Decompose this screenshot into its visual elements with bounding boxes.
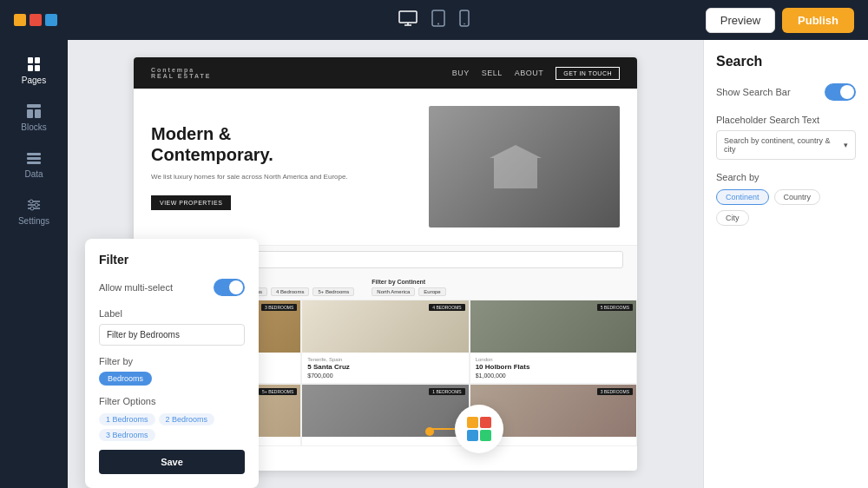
preview-nav: Contempa REAL ESTATE BUY SELL ABOUT GET … xyxy=(134,57,637,89)
label-section-label: Label xyxy=(99,308,245,319)
topbar: Preview Publish xyxy=(0,0,868,40)
svg-rect-11 xyxy=(35,109,41,118)
mobile-icon[interactable] xyxy=(459,10,470,31)
filter-chip-4bed: 4 Bedrooms xyxy=(271,287,309,296)
continent-chips: North America Europe xyxy=(372,287,445,296)
label-input[interactable] xyxy=(99,324,245,346)
desktop-icon[interactable] xyxy=(398,10,418,30)
dropdown-chevron-icon: ▾ xyxy=(844,141,848,149)
search-by-chips: Continent Country City xyxy=(716,189,856,226)
svg-marker-22 xyxy=(490,145,542,158)
svg-rect-0 xyxy=(399,11,417,23)
svg-point-2 xyxy=(437,23,439,24)
nav-cta-button: GET IN TOUCH xyxy=(556,67,620,80)
svg-rect-27 xyxy=(467,430,478,441)
filter-opt-1bed[interactable]: 1 Bedrooms xyxy=(99,413,155,425)
filter-by-label: Filter by xyxy=(99,356,245,366)
prop-badge-4: 5+ BEDROOMS xyxy=(259,388,297,395)
filter-save-button[interactable]: Save xyxy=(99,450,245,474)
show-search-bar-toggle[interactable] xyxy=(825,83,856,101)
filter-by-chip-bedrooms[interactable]: Bedrooms xyxy=(99,372,152,386)
filter-chip-eu: Europe xyxy=(418,287,445,296)
connector-dot xyxy=(425,427,434,436)
prop-info-5 xyxy=(302,437,468,445)
floating-brand-icon xyxy=(455,405,503,453)
logo-blue xyxy=(45,14,57,26)
svg-rect-26 xyxy=(480,417,491,428)
prop-info-3: London 10 Holborn Flats $1,000,000 xyxy=(470,353,636,383)
filter-chip-na: North America xyxy=(372,287,415,296)
svg-rect-6 xyxy=(35,57,40,63)
hero-title: Modern &Contemporary. xyxy=(151,123,415,165)
right-panel-title: Search xyxy=(716,54,856,69)
topbar-actions: Preview Publish xyxy=(706,8,854,33)
property-card-5: 1 BEDROOMS xyxy=(301,384,469,446)
svg-rect-28 xyxy=(480,430,491,441)
filter-options-label: Filter Options xyxy=(99,396,245,406)
placeholder-search-dropdown[interactable]: Search by continent, country & city ▾ xyxy=(716,130,856,160)
svg-rect-13 xyxy=(27,157,41,160)
filter-continent-label: Filter by Continent xyxy=(372,279,445,285)
filter-panel-title: Filter xyxy=(99,253,245,267)
svg-rect-10 xyxy=(27,109,33,118)
property-card-2: 4 BEDROOMS Tenerife, Spain 5 Santa Cruz … xyxy=(301,300,469,384)
placeholder-search-text-label: Placeholder Search Text xyxy=(716,115,856,125)
allow-multiselect-row: Allow multi-select xyxy=(99,279,245,296)
svg-rect-12 xyxy=(27,153,41,155)
prop-location-2: Tenerife, Spain xyxy=(307,357,463,362)
sidebar-item-blocks[interactable]: Blocks xyxy=(0,96,68,139)
sidebar-item-data[interactable]: Data xyxy=(0,142,68,186)
sidebar-item-settings-label: Settings xyxy=(18,216,49,226)
preview-nav-links: BUY SELL ABOUT GET IN TOUCH xyxy=(452,67,620,80)
prop-price-3: $1,000,000 xyxy=(476,373,631,379)
topbar-logo xyxy=(14,14,57,26)
allow-multiselect-label: Allow multi-select xyxy=(99,282,173,293)
prop-name-2: 5 Santa Cruz xyxy=(307,363,463,371)
svg-rect-21 xyxy=(494,158,537,188)
prop-img-3: 5 BEDROOMS xyxy=(470,300,636,353)
sidebar-item-settings[interactable]: Settings xyxy=(0,189,68,233)
filter-opt-3bed[interactable]: 3 Bedrooms xyxy=(99,429,155,441)
prop-badge-2: 4 BEDROOMS xyxy=(429,304,464,311)
sidebar-item-pages[interactable]: Pages xyxy=(0,49,68,92)
hero-text: Modern &Contemporary. We list luxury hom… xyxy=(151,123,415,210)
filter-opt-2bed[interactable]: 2 Bedrooms xyxy=(159,413,215,425)
left-sidebar: Pages Blocks Data Settings xyxy=(0,40,68,488)
filter-chip-5bed: 5+ Bedrooms xyxy=(312,287,354,296)
filter-options-chips: 1 Bedrooms 2 Bedrooms 3 Bedrooms xyxy=(99,413,245,441)
allow-multiselect-toggle[interactable] xyxy=(214,279,245,296)
tablet-icon[interactable] xyxy=(431,10,445,31)
prop-img-2: 4 BEDROOMS xyxy=(302,300,468,353)
prop-price-2: $700,000 xyxy=(307,373,463,379)
hero-image-placeholder xyxy=(429,106,620,228)
svg-point-19 xyxy=(35,203,38,207)
hero-subtitle: We list luxury homes for sale across Nor… xyxy=(151,172,415,182)
search-by-chip-city[interactable]: City xyxy=(716,210,749,226)
hero-cta-button: VIEW PROPERTIES xyxy=(151,195,231,210)
prop-badge-1: 3 BEDROOMS xyxy=(261,304,297,311)
prop-location-3: London xyxy=(476,357,631,362)
filter-by-chips: Bedrooms xyxy=(99,372,245,386)
search-by-chip-continent[interactable]: Continent xyxy=(716,189,769,205)
logo-orange xyxy=(14,14,26,26)
prop-info-2: Tenerife, Spain 5 Santa Cruz $700,000 xyxy=(302,353,468,383)
property-card-3: 5 BEDROOMS London 10 Holborn Flats $1,00… xyxy=(470,300,637,384)
placeholder-search-value: Search by continent, country & city xyxy=(724,136,844,154)
right-panel: Search Show Search Bar Placeholder Searc… xyxy=(703,40,868,488)
show-search-bar-label: Show Search Bar xyxy=(716,87,791,97)
svg-rect-7 xyxy=(28,65,33,71)
svg-rect-5 xyxy=(28,57,33,63)
canvas-area: Contempa REAL ESTATE BUY SELL ABOUT GET … xyxy=(68,40,703,488)
nav-link-sell: SELL xyxy=(482,69,503,77)
search-by-label: Search by xyxy=(716,172,856,182)
prop-badge-5: 1 BEDROOMS xyxy=(429,388,464,395)
show-search-bar-row: Show Search Bar xyxy=(716,83,856,101)
logo-red xyxy=(30,14,42,26)
preview-hero: Modern &Contemporary. We list luxury hom… xyxy=(134,89,637,245)
sidebar-item-blocks-label: Blocks xyxy=(21,122,46,132)
publish-button[interactable]: Publish xyxy=(782,8,854,33)
prop-badge-3: 5 BEDROOMS xyxy=(597,304,633,311)
search-by-chip-country[interactable]: Country xyxy=(774,189,821,205)
preview-button[interactable]: Preview xyxy=(706,8,775,33)
nav-link-about: ABOUT xyxy=(515,69,544,77)
